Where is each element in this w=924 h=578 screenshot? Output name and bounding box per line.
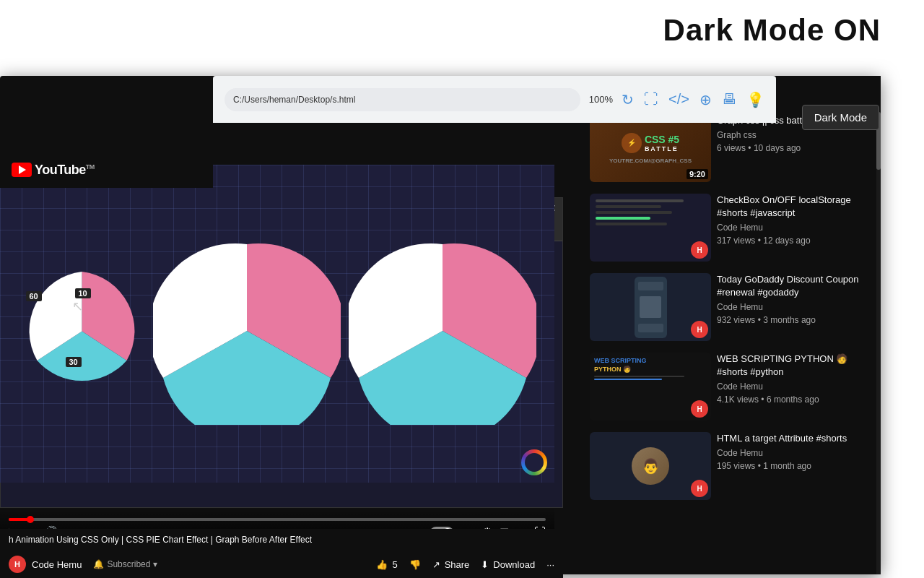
- sidebar-video-item-5[interactable]: 👨 H HTML a target Attribute #shorts Code…: [581, 426, 881, 506]
- channel-avatar: H: [9, 556, 26, 573]
- video-meta-4: 4.1K views • 6 months ago: [717, 394, 872, 405]
- print-icon[interactable]: 🖶: [722, 91, 736, 108]
- channel-info: H Code Hemu: [9, 556, 82, 573]
- pie-chart-3: [349, 237, 536, 425]
- video-meta-5: 195 views • 1 month ago: [717, 461, 872, 471]
- pie-chart-1: 10 60 30: [19, 268, 145, 394]
- video-title: h Animation Using CSS Only | CSS PIE Cha…: [9, 535, 312, 545]
- dislike-button[interactable]: 👎: [409, 559, 421, 570]
- fullscreen-icon[interactable]: ⛶: [644, 91, 658, 108]
- sidebar-scrollbar-track: [876, 112, 881, 574]
- dark-mode-button[interactable]: Dark Mode: [802, 105, 879, 130]
- youtube-header: YouTubeTM: [0, 152, 213, 188]
- video-info-2: CheckBox On/OFF localStorage #shorts #ja…: [717, 194, 872, 262]
- url-text: C:/Users/heman/Desktop/s.html: [233, 95, 355, 105]
- channel-name: Code Hemu: [32, 559, 82, 570]
- chart1-label-30: 30: [66, 357, 82, 367]
- video-info-5: HTML a target Attribute #shorts Code Hem…: [717, 432, 872, 500]
- video-title-bar: h Animation Using CSS Only | CSS PIE Cha…: [0, 529, 554, 551]
- video-info-3: Today GoDaddy Discount Coupon #renewal #…: [717, 273, 872, 341]
- youtube-logo-icon: [12, 163, 32, 177]
- pie-chart-2: [153, 237, 341, 425]
- video-info-4: WEB SCRIPTING PYTHON 🧑 #shorts #python C…: [717, 353, 872, 420]
- video-title-2: CheckBox On/OFF localStorage #shorts #ja…: [717, 194, 872, 220]
- sidebar-video-list: ⚡ CSS #5 BATTLE YOUTRE.COM/@GRAPH_CSS 9:…: [581, 108, 881, 571]
- video-meta-3: 932 views • 3 months ago: [717, 315, 872, 325]
- chart1-label-10: 10: [75, 288, 91, 298]
- video-thumb-5: 👨 H: [590, 432, 711, 500]
- browser-toolbar: C:/Users/heman/Desktop/s.html 100% ↻ ⛶ <…: [213, 76, 776, 123]
- download-button[interactable]: ⬇ Download: [481, 559, 535, 570]
- sidebar-video-item-2[interactable]: H CheckBox On/OFF localStorage #shorts #…: [581, 188, 881, 267]
- video-meta-1: 6 views • 10 days ago: [717, 143, 872, 153]
- sidebar: All CSS Computer program ⚡ CSS #5 BATTLE: [581, 76, 881, 574]
- sidebar-video-item-3[interactable]: H Today GoDaddy Discount Coupon #renewal…: [581, 267, 881, 347]
- video-channel-4: Code Hemu: [717, 381, 872, 392]
- video-thumb-1: ⚡ CSS #5 BATTLE YOUTRE.COM/@GRAPH_CSS 9:…: [590, 114, 711, 182]
- video-channel-1: Graph css: [717, 130, 872, 140]
- lightbulb-icon[interactable]: 💡: [746, 91, 764, 108]
- subscribe-button[interactable]: 🔔 Subscribed ▾: [93, 559, 157, 569]
- video-channel-2: Code Hemu: [717, 223, 872, 233]
- browser-action-icons: ↻ ⛶ </> ⊕ 🖶 💡: [622, 91, 764, 108]
- pie-charts-area: 10 60 30: [0, 179, 554, 483]
- youtube-logo-text: YouTubeTM: [35, 163, 95, 178]
- dark-mode-heading: Dark Mode ON: [663, 13, 881, 48]
- video-player: 10 60 30: [0, 165, 554, 483]
- plus-icon[interactable]: ⊕: [699, 91, 712, 108]
- share-button[interactable]: ↗ Share: [432, 559, 470, 570]
- watermark-logo: [521, 449, 547, 475]
- code-icon[interactable]: </>: [668, 91, 689, 108]
- video-title-4: WEB SCRIPTING PYTHON 🧑 #shorts #python: [717, 353, 872, 379]
- progress-bar[interactable]: [9, 518, 546, 521]
- chart1-label-60: 60: [26, 291, 42, 301]
- video-channel-3: Code Hemu: [717, 302, 872, 312]
- url-bar[interactable]: C:/Users/heman/Desktop/s.html: [225, 88, 580, 111]
- video-duration-1: 9:20: [687, 169, 708, 179]
- like-button[interactable]: 👍 5: [376, 559, 397, 570]
- zoom-level: 100%: [589, 94, 613, 105]
- video-channel-5: Code Hemu: [717, 448, 872, 458]
- channel-actions-bar: H Code Hemu 🔔 Subscribed ▾ 👍 5 👎 ↗ Share…: [0, 551, 563, 578]
- youtube-logo: YouTubeTM: [12, 163, 95, 178]
- video-title-5: HTML a target Attribute #shorts: [717, 432, 872, 445]
- more-actions-button[interactable]: ···: [546, 559, 554, 570]
- video-meta-2: 317 views • 12 days ago: [717, 236, 872, 246]
- progress-dot: [27, 516, 34, 523]
- sidebar-video-item-4[interactable]: WEB SCRIPTING PYTHON 🧑 H WEB SCRIPTING P…: [581, 347, 881, 426]
- video-thumb-2: H: [590, 194, 711, 262]
- refresh-icon[interactable]: ↻: [622, 91, 634, 108]
- video-thumb-4: WEB SCRIPTING PYTHON 🧑 H: [590, 353, 711, 420]
- video-title-3: Today GoDaddy Discount Coupon #renewal #…: [717, 273, 872, 299]
- video-thumb-3: H: [590, 273, 711, 341]
